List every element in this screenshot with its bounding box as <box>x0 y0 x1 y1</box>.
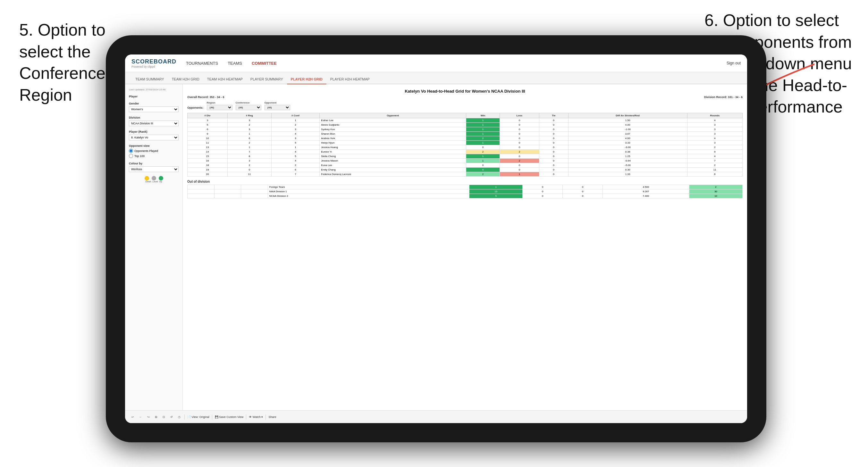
cell-rounds: 2 <box>687 163 742 168</box>
cell-tie: 0 <box>539 145 568 150</box>
out-of-division-table: Foreign Team 1 0 0 4.500 2 NAIA Division… <box>187 185 743 198</box>
grid-button[interactable]: ⊞ <box>154 415 159 419</box>
legend-down <box>145 176 149 181</box>
sign-out-button[interactable]: Sign out <box>726 61 741 65</box>
cell-conf: 3 <box>271 127 320 132</box>
redo-button[interactable]: ↪ <box>146 415 151 419</box>
cell-conf: 7 <box>271 172 320 177</box>
cell-div: 10 <box>188 136 228 141</box>
cell-rounds: 3 <box>687 127 742 132</box>
subnav-player-h2h-grid[interactable]: PLAYER H2H GRID <box>287 75 327 84</box>
ood-cell-reg <box>214 185 241 189</box>
cell-loss: 1 <box>500 172 539 177</box>
cell-reg: 3 <box>227 159 271 163</box>
opponent-view-radios: Opponents Played Top 100 <box>129 149 179 158</box>
subnav-team-h2h-heatmap[interactable]: TEAM H2H HEATMAP <box>203 75 247 84</box>
cell-rounds: 9 <box>687 150 742 154</box>
table-row: 10 6 3 Andrea York 2 0 0 4.00 4 <box>188 136 743 141</box>
cell-loss: 2 <box>500 159 539 163</box>
cell-diff: -0.94 <box>568 159 687 163</box>
cell-loss: 0 <box>500 145 539 150</box>
nav-committee[interactable]: COMMITTEE <box>252 59 277 67</box>
legend-circles <box>129 176 179 181</box>
player-rank-select[interactable]: 8. Katelyn Vo <box>129 135 179 141</box>
player-rank-label: Player (Rank) <box>129 130 179 133</box>
undo-button[interactable]: ↩ <box>130 415 135 419</box>
table-row: 20 11 7 Federica Domecq Lacroze 2 1 0 1.… <box>188 172 743 177</box>
ood-cell-name: NAIA Division 1 <box>268 189 469 194</box>
cell-tie: 0 <box>539 150 568 154</box>
table-row: 14 7 4 Eunice Yi 2 2 0 0.38 9 <box>188 150 743 154</box>
back-button[interactable]: ← <box>138 415 143 419</box>
col-win: Win <box>466 113 500 118</box>
subnav-player-h2h-heatmap[interactable]: PLAYER H2H HEATMAP <box>327 75 374 84</box>
cell-reg: 8 <box>227 154 271 159</box>
cell-loss: 0 <box>500 118 539 123</box>
ood-cell-name: NCAA Division 2 <box>268 194 469 198</box>
cell-name: Stella Cheng <box>320 154 466 159</box>
cell-conf: 4 <box>271 150 320 154</box>
cell-rounds: 4 <box>687 136 742 141</box>
timer-button[interactable]: ◷ <box>177 415 182 419</box>
cell-diff: -5.00 <box>568 163 687 168</box>
cell-diff: 1.25 <box>568 154 687 159</box>
cell-name: Jessica Huang <box>320 145 466 150</box>
radio-opponents-played[interactable]: Opponents Played <box>129 149 179 153</box>
subnav-player-summary[interactable]: PLAYER SUMMARY <box>247 75 287 84</box>
cell-win: 0 <box>466 163 500 168</box>
cell-tie: 0 <box>539 132 568 136</box>
ood-cell-reg <box>214 194 241 198</box>
region-filter-group: Region (All) <box>207 101 232 110</box>
cell-win: 2 <box>466 136 500 141</box>
cell-div: 11 <box>188 141 228 145</box>
toolbar-sep-2 <box>212 414 212 419</box>
cell-div: 9 <box>188 132 228 136</box>
subnav-team-summary[interactable]: TEAM SUMMARY <box>131 75 168 84</box>
nav-links: TOURNAMENTS TEAMS COMMITTEE <box>186 59 726 67</box>
layout-button[interactable]: ⊡ <box>161 415 166 419</box>
nav-teams[interactable]: TEAMS <box>228 59 242 67</box>
cell-name: Emily Chang <box>320 168 466 172</box>
division-select[interactable]: NCAA Division III <box>129 121 179 126</box>
opponent-filter-label: Opponent <box>265 101 290 104</box>
cell-win: 2 <box>466 172 500 177</box>
cell-diff: 1.33 <box>568 172 687 177</box>
save-custom-view-button[interactable]: 💾 Save Custom View <box>215 415 243 418</box>
cell-conf: 5 <box>271 154 320 159</box>
cell-conf: 2 <box>271 123 320 127</box>
logo-text: SCOREBOARD <box>131 58 176 65</box>
ood-cell-rounds: 10 <box>689 194 742 198</box>
col-loss: Loss <box>500 113 539 118</box>
cell-diff: 0.38 <box>568 150 687 154</box>
colour-by-select[interactable]: Win/loss <box>129 166 179 172</box>
conference-filter-select[interactable]: (All) <box>236 105 261 110</box>
opponents-label: Opponents: <box>187 106 204 109</box>
player-label: Player <box>129 95 179 98</box>
radio-top100[interactable]: Top 100 <box>129 154 179 158</box>
share-button[interactable]: Share <box>268 415 276 418</box>
table-row: 13 1 1 Jessica Huang 0 0 0 -3.00 2 <box>188 145 743 150</box>
nav-tournaments[interactable]: TOURNAMENTS <box>186 59 218 67</box>
view-original-button[interactable]: 📄 View: Original <box>187 415 209 418</box>
ood-cell-conf <box>241 194 268 198</box>
region-filter-select[interactable]: (All) <box>207 105 232 110</box>
watch-button[interactable]: 👁 Watch ▾ <box>249 415 263 418</box>
cell-loss: 2 <box>500 150 539 154</box>
cell-reg: 2 <box>227 123 271 127</box>
main-content: Last Updated: 27/03/2024 10:46 Player Ge… <box>125 84 747 410</box>
cell-div: 19 <box>188 168 228 172</box>
cell-win: 1 <box>466 154 500 159</box>
gender-label: Gender <box>129 102 179 105</box>
cell-diff: 0.30 <box>568 168 687 172</box>
subnav-team-h2h-grid[interactable]: TEAM H2H GRID <box>168 75 203 84</box>
opponent-filter-select[interactable]: (All) <box>265 105 290 110</box>
cell-loss: 0 <box>500 123 539 127</box>
cell-tie: 0 <box>539 141 568 145</box>
cell-win: 1 <box>466 132 500 136</box>
cell-div: 13 <box>188 145 228 150</box>
player-rank-section: Player (Rank) 8. Katelyn Vo <box>129 130 179 141</box>
gender-select[interactable]: Women's <box>129 106 179 112</box>
table-row: 11 2 5 Heejo Hyun 1 0 0 3.33 3 <box>188 141 743 145</box>
table-row: 19 0 6 Emily Chang 4 0 0 0.30 11 <box>188 168 743 172</box>
refresh-button[interactable]: ↺ <box>169 415 174 419</box>
